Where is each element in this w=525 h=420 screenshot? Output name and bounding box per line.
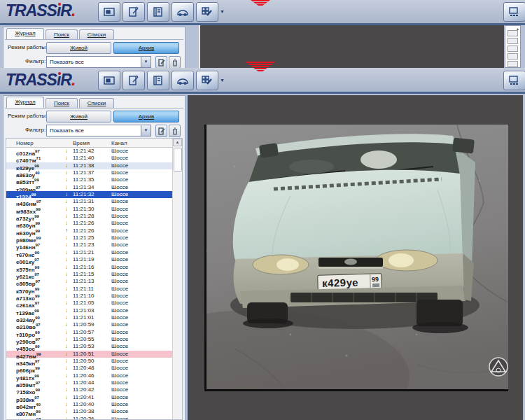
event-channel: Шоссе	[111, 256, 128, 264]
tab-search[interactable]: Поиск	[46, 98, 78, 108]
table-row[interactable]: к570ун99↓11:21:11Шоссе	[6, 286, 173, 293]
table-row[interactable]: в042мт40↓11:20:40Шоссе	[6, 401, 173, 408]
layout-dropdown-arrow[interactable]: ▼	[220, 9, 225, 14]
column-plate[interactable]: Номер	[16, 140, 34, 146]
table-row[interactable]: е001ку97↓11:21:19Шоссе	[6, 256, 173, 263]
table-row[interactable]: н630ун99↑11:21:26Шоссе	[6, 227, 173, 234]
table-row[interactable]: а732ут99↓11:21:28Шоссе	[6, 213, 173, 220]
expand-right-panel-button[interactable]	[503, 2, 525, 22]
mini-list-item[interactable]	[507, 61, 518, 67]
table-row[interactable]: у453ос99↓11:20:53Шоссе	[6, 343, 173, 350]
table-row[interactable]: р980ме99↓11:21:25Шоссе	[6, 234, 173, 241]
trassir-logo: TRASSıR.	[6, 71, 104, 90]
table-row[interactable]: с261ах97↓11:21:05Шоссе	[6, 300, 173, 307]
table-row[interactable]: в427вм99↓11:20:51Шоссе	[6, 351, 173, 358]
journal-button[interactable]	[147, 2, 169, 22]
table-row[interactable]: н345кн97↓11:20:50Шоссе	[6, 358, 173, 365]
archive-mode-button[interactable]: Архив	[113, 111, 179, 122]
live-mode-button[interactable]: Живой	[46, 111, 111, 122]
table-row[interactable]: т289мо97↓11:21:34Шоссе	[6, 184, 173, 191]
table-row[interactable]: р606рк99↓11:20:48Шоссе	[6, 365, 173, 372]
event-time: 11:21:16	[73, 264, 94, 272]
event-time: 11:20:41	[73, 394, 94, 402]
layout-settings-icon	[201, 75, 214, 86]
video-area-main[interactable]: к429уе 99	[188, 95, 523, 420]
table-row[interactable]: ?158хо99↓11:20:42Шоссе	[6, 386, 173, 393]
filter-combobox[interactable]: Показать все ▼	[46, 125, 151, 136]
column-channel[interactable]: Канал	[111, 140, 127, 146]
tab-lists[interactable]: Списки	[79, 98, 114, 108]
lpr-frame-icon	[103, 6, 115, 18]
mini-panel-top[interactable]: ▲	[505, 25, 521, 68]
table-row[interactable]: н436нм97↓11:21:31Шоссе	[6, 198, 173, 205]
mini-list-item[interactable]	[507, 30, 518, 36]
filter-edit-button[interactable]	[155, 125, 167, 137]
journal-button[interactable]	[147, 71, 169, 90]
scrollbar-thumb[interactable]	[174, 148, 182, 172]
filter-delete-button[interactable]	[169, 125, 181, 137]
event-channel: Шоссе	[111, 394, 128, 402]
table-row[interactable]: х575тн99↓11:21:16Шоссе	[6, 264, 173, 271]
tab-journal[interactable]: Журнал	[6, 97, 44, 108]
table-row[interactable]: т310ро99↓11:20:57Шоссе	[6, 329, 173, 336]
table-row[interactable]: у621кс97↓11:21:15Шоссе	[6, 271, 173, 278]
car-photo-render: к429уе 99	[206, 125, 508, 389]
layout-dropdown-arrow[interactable]: ▼	[220, 78, 225, 83]
event-channel: Шоссе	[111, 155, 128, 162]
edit-lists-button[interactable]	[122, 2, 145, 22]
table-row[interactable]: т132499↓11:21:32Шоссе	[6, 191, 173, 198]
table-row[interactable]: с740?м71↓11:21:40Шоссе	[6, 155, 173, 162]
table-row[interactable]: к807мн99↓11:20:38Шоссе	[6, 408, 173, 415]
archive-mode-button[interactable]: Архив	[113, 42, 179, 54]
live-mode-button[interactable]: Живой	[46, 42, 111, 54]
table-row[interactable]: н630ун99↓11:21:26Шоссе	[6, 220, 173, 227]
table-row[interactable]: в853тт99↓11:21:35Шоссе	[6, 176, 173, 183]
direction-down-icon: ↓	[65, 358, 68, 365]
edit-lists-button[interactable]	[122, 71, 145, 90]
collapse-right-panel-button[interactable]	[503, 71, 525, 90]
table-row[interactable]: а713хо99↓11:21:10Шоссе	[6, 293, 173, 300]
layout-settings-button[interactable]	[196, 71, 218, 90]
table-row[interactable]: а863оу40↓11:21:37Шоссе	[6, 169, 173, 176]
column-time[interactable]: Время	[73, 140, 90, 146]
table-row[interactable]: с805вр97↓11:21:13Шоссе	[6, 278, 173, 285]
table-row[interactable]: у481тх99↓11:20:46Шоссе	[6, 372, 173, 379]
tab-journal[interactable]: Журнал	[6, 28, 44, 39]
table-row[interactable]: у146нн97↓11:21:23Шоссе	[6, 241, 173, 248]
filter-delete-button[interactable]	[169, 56, 181, 69]
tab-divider	[5, 108, 183, 108]
scroll-up-button[interactable]: ▲	[173, 139, 182, 146]
combo-arrow-icon[interactable]: ▼	[141, 57, 150, 67]
event-channel: Шоссе	[111, 264, 128, 272]
table-row[interactable]: о811нм97↓11:20:36Шоссе	[6, 416, 173, 419]
mini-list-item[interactable]	[507, 53, 518, 59]
tab-search[interactable]: Поиск	[46, 29, 78, 39]
vehicle-button[interactable]	[172, 71, 194, 90]
tab-lists[interactable]: Списки	[79, 29, 114, 39]
table-row[interactable]: о210во97↓11:20:59Шоссе	[6, 321, 173, 328]
combo-arrow-icon[interactable]: ▼	[141, 125, 150, 136]
table-row[interactable]: р338кк97↓11:20:41Шоссе	[6, 394, 173, 401]
lpr-view-button[interactable]	[98, 2, 120, 22]
table-row[interactable]: т670нс90↓11:21:21Шоссе	[6, 249, 173, 256]
table-scrollbar[interactable]: ▲	[172, 139, 182, 419]
table-row[interactable]: о324ау90↓11:21:01Шоссе	[6, 314, 173, 321]
table-row[interactable]: с012на97↓11:21:42Шоссе	[6, 148, 173, 155]
vehicle-button[interactable]	[172, 2, 194, 22]
table-row[interactable]: у290ов97↓11:20:55Шоссе	[6, 336, 173, 343]
table-row[interactable]: к429уе99↓11:21:38Шоссе	[6, 162, 173, 169]
trash-icon	[172, 59, 178, 66]
filter-combobox[interactable]: Показать все ▼	[46, 56, 151, 68]
table-row[interactable]: а059мт97↓11:20:44Шоссе	[6, 379, 173, 386]
layout-settings-button[interactable]	[196, 2, 218, 22]
video-area-top[interactable]	[199, 25, 504, 68]
edit-icon	[158, 59, 165, 66]
filter-edit-button[interactable]	[155, 56, 167, 69]
mini-list-item[interactable]	[507, 46, 518, 52]
event-channel: Шоссе	[111, 249, 128, 257]
mini-list-item[interactable]	[507, 38, 518, 44]
event-time: 11:20:44	[73, 379, 94, 387]
lpr-view-button[interactable]	[98, 71, 120, 90]
table-row[interactable]: т139ае99↓11:21:03Шоссе	[6, 307, 173, 314]
table-row[interactable]: м983хх99↓11:21:30Шоссе	[6, 206, 173, 213]
